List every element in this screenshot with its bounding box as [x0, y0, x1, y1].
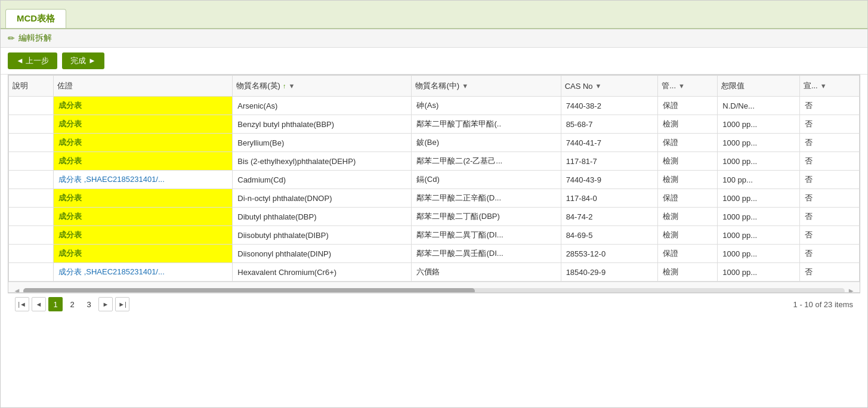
cell-name-zh: 鈹(Be): [412, 134, 561, 152]
cell-declare: 否: [799, 208, 859, 226]
cell-name-zh: 鄰苯二甲酸丁酯苯甲酯(..: [412, 115, 561, 134]
first-page-button[interactable]: |◄: [15, 297, 29, 311]
cell-name-zh: 鄰苯二甲酸二異丁酯(DI...: [412, 226, 561, 245]
cell-cas: 84-74-2: [561, 208, 658, 226]
prev-page-button[interactable]: ◄: [32, 297, 46, 311]
table-row: 成分表 ,SHAEC2185231401/...Hexavalent Chrom…: [9, 263, 860, 282]
page-2-button[interactable]: 2: [65, 297, 79, 311]
horizontal-scrollbar[interactable]: ◄ ►: [8, 282, 860, 292]
page-3-button[interactable]: 3: [82, 297, 96, 311]
col-header-explain: 說明: [9, 76, 54, 97]
cell-name-zh: 砷(As): [412, 97, 561, 115]
cell-name-en: Dibutyl phthalate(DBP): [233, 208, 412, 226]
cell-declare: 否: [799, 245, 859, 263]
filter-cas-icon[interactable]: ▼: [595, 82, 602, 89]
cell-cas: 28553-12-0: [561, 245, 658, 263]
filter-name-zh-icon[interactable]: ▼: [462, 82, 468, 89]
col-header-name-zh[interactable]: 物質名稱(中) ▼: [412, 76, 561, 97]
col-header-evidence: 佐證: [54, 76, 233, 97]
cell-name-en: Hexavalent Chromium(Cr6+): [233, 263, 412, 282]
cell-name-en: Beryllium(Be): [233, 134, 412, 152]
cell-limit: 1000 pp...: [718, 189, 800, 208]
table-row: 成分表Beryllium(Be)鈹(Be)7440-41-7保證1000 pp.…: [9, 134, 860, 152]
table-row: 成分表Diisononyl phthalate(DINP)鄰苯二甲酸二異壬酯(D…: [9, 245, 860, 263]
back-button[interactable]: ◄ 上一步: [8, 52, 57, 69]
cell-manage: 檢測: [658, 263, 718, 282]
cell-limit: 1000 pp...: [718, 152, 800, 171]
cell-cas: 7440-41-7: [561, 134, 658, 152]
cell-name-en: Bis (2-ethylhexyl)phthalate(DEHP): [233, 152, 412, 171]
last-page-button[interactable]: ►|: [115, 297, 129, 311]
cell-name-en: Benzyl butyl phthalate(BBP): [233, 115, 412, 134]
cell-evidence[interactable]: 成分表 ,SHAEC2185231401/...: [54, 263, 233, 282]
cell-manage: 檢測: [658, 226, 718, 245]
cell-limit: 1000 pp...: [718, 263, 800, 282]
cell-name-zh: 鄰苯二甲酸二丁酯(DBP): [412, 208, 561, 226]
cell-declare: 否: [799, 171, 859, 189]
cell-explain: [9, 171, 54, 189]
cell-declare: 否: [799, 189, 859, 208]
cell-name-zh: 鄰苯二甲酸二異壬酯(DI...: [412, 245, 561, 263]
table-row: 成分表 ,SHAEC2185231401/...Cadmium(Cd)鎘(Cd)…: [9, 171, 860, 189]
cell-name-zh: 六價鉻: [412, 263, 561, 282]
cell-limit: 1000 pp...: [718, 115, 800, 134]
col-header-limit: 恕限值: [718, 76, 800, 97]
cell-declare: 否: [799, 115, 859, 134]
cell-evidence: 成分表: [54, 226, 233, 245]
col-header-manage[interactable]: 管... ▼: [658, 76, 718, 97]
scroll-left-icon[interactable]: ◄: [13, 286, 21, 292]
col-header-declare[interactable]: 宣... ▼: [799, 76, 859, 97]
cell-manage: 檢測: [658, 115, 718, 134]
page-1-button[interactable]: 1: [48, 297, 63, 311]
cell-name-en: Di-n-octyl phthalate(DNOP): [233, 189, 412, 208]
cell-cas: 7440-43-9: [561, 171, 658, 189]
cell-manage: 保證: [658, 245, 718, 263]
table-row: 成分表Arsenic(As)砷(As)7440-38-2保證N.D/Ne...否: [9, 97, 860, 115]
col-header-name-en[interactable]: 物質名稱(英) ↑ ▼: [233, 76, 412, 97]
cell-evidence[interactable]: 成分表 ,SHAEC2185231401/...: [54, 171, 233, 189]
complete-button[interactable]: 完成 ►: [62, 52, 104, 69]
filter-declare-icon[interactable]: ▼: [820, 82, 827, 89]
table-row: 成分表Dibutyl phthalate(DBP)鄰苯二甲酸二丁酯(DBP)84…: [9, 208, 860, 226]
cell-explain: [9, 226, 54, 245]
cell-name-zh: 鄰苯二甲酸二正辛酯(D...: [412, 189, 561, 208]
table-row: 成分表Diisobutyl phthalate(DIBP)鄰苯二甲酸二異丁酯(D…: [9, 226, 860, 245]
filter-name-en-icon[interactable]: ▼: [288, 82, 295, 89]
cell-manage: 檢測: [658, 208, 718, 226]
cell-name-zh: 鄰苯二甲酸二(2-乙基己...: [412, 152, 561, 171]
cell-manage: 保證: [658, 97, 718, 115]
cell-declare: 否: [799, 152, 859, 171]
cell-cas: 85-68-7: [561, 115, 658, 134]
cell-explain: [9, 134, 54, 152]
sort-icon: ↑: [283, 82, 286, 89]
cell-evidence: 成分表: [54, 97, 233, 115]
cell-limit: 1000 pp...: [718, 226, 800, 245]
cell-name-en: Diisononyl phthalate(DINP): [233, 245, 412, 263]
mcd-tab[interactable]: MCD表格: [5, 9, 66, 28]
scroll-right-icon[interactable]: ►: [847, 286, 855, 292]
cell-manage: 檢測: [658, 171, 718, 189]
cell-cas: 117-84-0: [561, 189, 658, 208]
table-row: 成分表Benzyl butyl phthalate(BBP)鄰苯二甲酸丁酯苯甲酯…: [9, 115, 860, 134]
filter-manage-icon[interactable]: ▼: [678, 82, 685, 89]
col-header-cas[interactable]: CAS No ▼: [561, 76, 658, 97]
pagination-controls: |◄ ◄ 1 2 3 ► ►|: [15, 297, 129, 311]
cell-declare: 否: [799, 134, 859, 152]
cell-limit: 1000 pp...: [718, 208, 800, 226]
cell-limit: 1000 pp...: [718, 245, 800, 263]
cell-explain: [9, 208, 54, 226]
cell-evidence: 成分表: [54, 115, 233, 134]
cell-explain: [9, 152, 54, 171]
next-page-button[interactable]: ►: [98, 297, 113, 311]
cell-evidence: 成分表: [54, 245, 233, 263]
cell-evidence: 成分表: [54, 152, 233, 171]
cell-manage: 保證: [658, 189, 718, 208]
cell-evidence: 成分表: [54, 189, 233, 208]
cell-evidence: 成分表: [54, 134, 233, 152]
toolbar-label: 編輯拆解: [18, 33, 52, 44]
cell-cas: 84-69-5: [561, 226, 658, 245]
cell-declare: 否: [799, 226, 859, 245]
cell-name-en: Cadmium(Cd): [233, 171, 412, 189]
cell-manage: 保證: [658, 134, 718, 152]
edit-icon: ✏: [8, 33, 15, 43]
